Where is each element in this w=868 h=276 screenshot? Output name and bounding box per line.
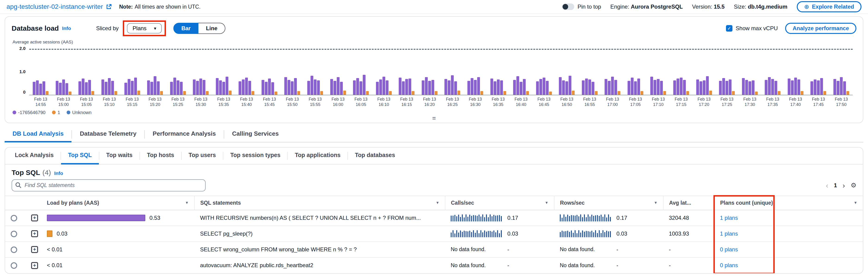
chart-bar-plan-1765646790[interactable]: [428, 81, 431, 95]
chart-bar-plan-1[interactable]: [824, 91, 826, 95]
chart-bar-plan-1765646790[interactable]: [154, 76, 156, 95]
chart-bar-plan-1765646790[interactable]: [128, 79, 130, 95]
chart-bar-plan-1765646790[interactable]: [174, 78, 176, 95]
chart-bar-plan-1765646790[interactable]: [631, 78, 633, 95]
chart-bar-plan-1765646790[interactable]: [150, 82, 153, 95]
chart-bar-plan-1[interactable]: [458, 91, 460, 95]
chart-bar-plan-1765646790[interactable]: [239, 81, 241, 95]
chart-bar-plan-1765646790[interactable]: [546, 81, 549, 95]
tab-calling-services[interactable]: Calling Services: [224, 127, 287, 142]
chart-bar-plan-1765646790[interactable]: [745, 80, 748, 95]
chart-bar-plan-1765646790[interactable]: [79, 81, 81, 95]
chart-bar-plan-1765646790[interactable]: [611, 77, 614, 95]
chart-bar-plan-1765646790[interactable]: [134, 78, 137, 95]
sql-statement-text[interactable]: SELECT wrong_column FROM wrong_table WHE…: [200, 246, 357, 252]
plans-count-link[interactable]: 1 plans: [720, 215, 738, 221]
chart-bar-plan-1765646790[interactable]: [752, 80, 754, 95]
chart-bar-plan-1765646790[interactable]: [222, 82, 225, 95]
chart-bar-plan-1765646790[interactable]: [494, 81, 496, 95]
chart-bar-plan-1[interactable]: [46, 91, 49, 95]
analyze-performance-button[interactable]: Analyze performance: [785, 23, 857, 34]
chart-bar-plan-1765646790[interactable]: [467, 81, 470, 95]
chart-bar-plan-1765646790[interactable]: [287, 80, 290, 95]
chart-bar-plan-1765646790[interactable]: [490, 79, 493, 95]
chart-bar-plan-1765646790[interactable]: [399, 78, 402, 95]
chart-bar-plan-1[interactable]: [846, 91, 849, 95]
chart-bar-plan-1765646790[interactable]: [654, 80, 656, 95]
chart-bar-plan-1765646790[interactable]: [307, 81, 310, 95]
chart-bar-plan-1[interactable]: [389, 91, 392, 95]
chart-bar-plan-1765646790[interactable]: [353, 80, 356, 95]
chart-bar-plan-1765646790[interactable]: [36, 80, 39, 95]
chart-bar-plan-1765646790[interactable]: [673, 80, 676, 95]
chart-bar-plan-1765646790[interactable]: [444, 79, 447, 95]
top-sql-info-link[interactable]: Info: [54, 170, 63, 176]
chart-bar-plan-1765646790[interactable]: [477, 77, 480, 95]
chart-bar-plan-1[interactable]: [503, 91, 506, 95]
expand-row-icon[interactable]: +: [31, 246, 38, 253]
show-max-vcpu-checkbox[interactable]: ✓ Show max vCPU: [726, 25, 778, 32]
chart-bar-plan-1765646790[interactable]: [748, 81, 751, 95]
chart-bar-plan-1765646790[interactable]: [820, 78, 823, 95]
chart-bar-plan-1[interactable]: [183, 91, 186, 95]
gear-icon[interactable]: ⚙: [850, 182, 857, 189]
chart-bar-plan-1765646790[interactable]: [604, 79, 608, 95]
chart-bar-plan-1765646790[interactable]: [180, 82, 183, 95]
expand-row-icon[interactable]: +: [31, 262, 38, 269]
chart-bar-plan-1765646790[interactable]: [729, 79, 732, 95]
chart-bar-plan-1[interactable]: [297, 91, 300, 95]
chart-bar-plan-1[interactable]: [115, 91, 117, 95]
chart-bar-plan-1[interactable]: [91, 91, 94, 95]
bar-view-button[interactable]: Bar: [174, 23, 198, 34]
chart-bar-plan-1765646790[interactable]: [157, 81, 160, 95]
chart-bar-plan-1765646790[interactable]: [248, 81, 251, 95]
sql-statement-text[interactable]: WITH RECURSIVE numbers(n) AS ( SELECT ? …: [200, 215, 421, 221]
chart-bar-plan-1[interactable]: [480, 91, 483, 95]
toggle-icon[interactable]: [562, 3, 574, 10]
chart-bar-plan-1765646790[interactable]: [768, 77, 771, 95]
chart-bar-plan-1765646790[interactable]: [474, 80, 477, 95]
chart-bar-plan-1[interactable]: [778, 91, 780, 95]
sql-statement-text[interactable]: SELECT pg_sleep(?): [200, 230, 252, 237]
chart-bar-plan-1[interactable]: [755, 91, 758, 95]
row-select-radio[interactable]: [11, 247, 17, 253]
chart-bar-plan-1[interactable]: [801, 91, 804, 95]
chart-bar-plan-1765646790[interactable]: [627, 81, 630, 95]
chart-bar-plan-1765646790[interactable]: [124, 83, 127, 95]
chart-bar-plan-1765646790[interactable]: [568, 76, 571, 95]
chart-bar-plan-1[interactable]: [549, 91, 552, 95]
chart-bar-plan-1765646790[interactable]: [39, 84, 42, 95]
expand-row-icon[interactable]: +: [31, 215, 38, 221]
chart-bar-plan-1765646790[interactable]: [196, 81, 199, 95]
chart-bar-plan-1765646790[interactable]: [405, 79, 408, 95]
chart-bar-plan-1765646790[interactable]: [85, 82, 88, 95]
tab-top-applications[interactable]: Top applications: [288, 147, 347, 164]
chart-bar-plan-1765646790[interactable]: [520, 82, 522, 95]
chart-bar-plan-1765646790[interactable]: [588, 79, 591, 95]
chart-bar-plan-1765646790[interactable]: [105, 82, 107, 95]
chart-bar-plan-1765646790[interactable]: [517, 76, 519, 95]
tab-top-databases[interactable]: Top databases: [348, 147, 402, 164]
chart-bar-plan-1[interactable]: [595, 91, 598, 95]
chart-bar-plan-1765646790[interactable]: [798, 79, 800, 95]
chart-bar-plan-1765646790[interactable]: [634, 81, 637, 95]
chart-bar-plan-1765646790[interactable]: [650, 77, 653, 95]
chart-bar-plan-1[interactable]: [641, 91, 643, 95]
chart-bar-plan-1765646790[interactable]: [700, 81, 702, 95]
chart-bar-plan-1765646790[interactable]: [203, 80, 206, 95]
chart-bar-plan-1765646790[interactable]: [660, 81, 663, 95]
chart-bar-plan-1[interactable]: [206, 91, 209, 95]
chart-bar-plan-1765646790[interactable]: [706, 76, 709, 95]
line-view-button[interactable]: Line: [198, 23, 225, 34]
chart-bar-plan-1[interactable]: [137, 91, 140, 95]
chart-bar-plan-1765646790[interactable]: [56, 81, 59, 95]
chart-bar-plan-1[interactable]: [343, 91, 346, 95]
tab-top-waits[interactable]: Top waits: [99, 147, 140, 164]
chart-bar-plan-1765646790[interactable]: [837, 81, 839, 95]
chart-bar-plan-1765646790[interactable]: [225, 77, 228, 95]
chart-bar-plan-1765646790[interactable]: [680, 78, 683, 95]
sql-statement-text[interactable]: autovacuum: ANALYZE public.rds_heartbeat…: [200, 262, 313, 268]
chart-bar-plan-1765646790[interactable]: [513, 80, 516, 95]
chart-bar-plan-1765646790[interactable]: [101, 79, 104, 95]
chart-bar-plan-1765646790[interactable]: [833, 79, 836, 95]
